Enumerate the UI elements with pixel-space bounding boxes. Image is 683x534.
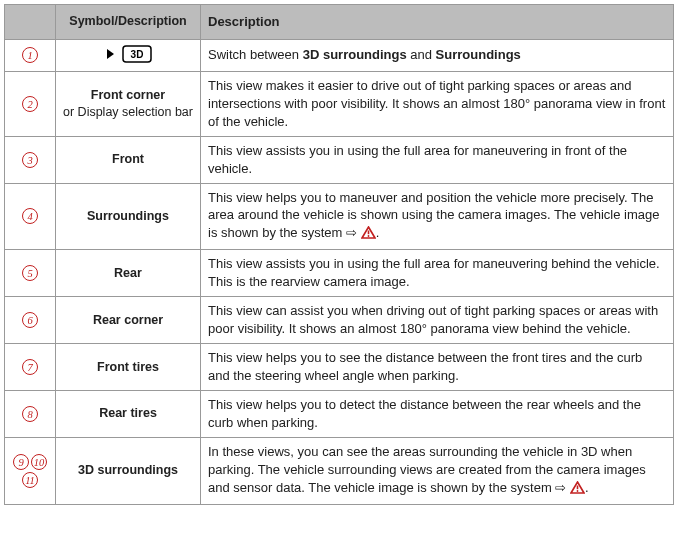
row-index: 6 xyxy=(5,297,56,344)
table-row: 2Front corneror Display selection barThi… xyxy=(5,71,674,136)
warning-triangle-icon xyxy=(361,226,376,244)
index-circle-icon: 8 xyxy=(22,406,38,422)
svg-point-8 xyxy=(577,490,579,492)
symbol-main-label: Front xyxy=(112,152,144,166)
row-description: This view makes it easier to drive out o… xyxy=(201,71,674,136)
svg-point-5 xyxy=(367,235,369,237)
symbol-main-label: 3D surroundings xyxy=(78,463,178,477)
row-symbol: Front xyxy=(56,136,201,183)
row-index: 8 xyxy=(5,390,56,437)
index-circle-icon: 9 xyxy=(13,454,29,470)
table-row: 8Rear tiresThis view helps you to detect… xyxy=(5,390,674,437)
row-description: In these views, you can see the areas su… xyxy=(201,437,674,504)
warning-triangle-icon xyxy=(570,481,585,499)
symbol-main-label: Front tires xyxy=(97,360,159,374)
table-row: 5RearThis view assists you in using the … xyxy=(5,250,674,297)
row-description: This view assists you in using the full … xyxy=(201,250,674,297)
row-symbol: Front tires xyxy=(56,344,201,391)
header-symbol: Symbol/Descrip­tion xyxy=(56,5,201,40)
row-description: This view helps you to maneuver and posi… xyxy=(201,183,674,250)
svg-text:3D: 3D xyxy=(130,49,143,60)
table-row: 6Rear cornerThis view can assist you whe… xyxy=(5,297,674,344)
index-circle-icon: 10 xyxy=(31,454,47,470)
index-circle-icon: 4 xyxy=(22,208,38,224)
table-row: 7Front tiresThis view helps you to see t… xyxy=(5,344,674,391)
row-index: 3 xyxy=(5,136,56,183)
row-description: This view helps you to see the distance … xyxy=(201,344,674,391)
row-index: 5 xyxy=(5,250,56,297)
symbol-main-label: Surroundings xyxy=(87,209,169,223)
header-num xyxy=(5,5,56,40)
row-symbol: Rear tires xyxy=(56,390,201,437)
row-symbol: Surroundings xyxy=(56,183,201,250)
row-description: This view helps you to detect the distan… xyxy=(201,390,674,437)
views-table: Symbol/Descrip­tion Description 13DSwitc… xyxy=(4,4,674,505)
row-symbol: Rear xyxy=(56,250,201,297)
symbol-main-label: Rear corner xyxy=(93,313,163,327)
desc-bold: 3D surroundings xyxy=(303,47,407,62)
index-circle-icon: 7 xyxy=(22,359,38,375)
table-row: 910113D surroundingsIn these views, you … xyxy=(5,437,674,504)
index-circle-icon: 2 xyxy=(22,96,38,112)
row-symbol: 3D xyxy=(56,39,201,71)
table-row: 3FrontThis view assists you in using the… xyxy=(5,136,674,183)
index-circle-icon: 1 xyxy=(22,47,38,63)
row-description: This view assists you in using the full … xyxy=(201,136,674,183)
index-circle-icon: 11 xyxy=(22,472,38,488)
index-circle-icon: 6 xyxy=(22,312,38,328)
symbol-sub-label: or Display selection bar xyxy=(63,104,193,121)
index-circle-icon: 3 xyxy=(22,152,38,168)
header-description: Description xyxy=(201,5,674,40)
index-circle-icon: 5 xyxy=(22,265,38,281)
row-index: 7 xyxy=(5,344,56,391)
table-row: 4SurroundingsThis view helps you to mane… xyxy=(5,183,674,250)
symbol-main-label: Front corner xyxy=(91,88,165,102)
three-d-toggle-icon: 3D xyxy=(105,45,152,63)
desc-bold: Surroundings xyxy=(436,47,521,62)
warning-link: ⇨ . xyxy=(555,480,588,495)
row-description: Switch between 3D surroundings and Surro… xyxy=(201,39,674,71)
row-index: 1 xyxy=(5,39,56,71)
row-index: 91011 xyxy=(5,437,56,504)
symbol-main-label: Rear tires xyxy=(99,406,157,420)
symbol-main-label: Rear xyxy=(114,266,142,280)
row-symbol: 3D surroundings xyxy=(56,437,201,504)
row-symbol: Rear corner xyxy=(56,297,201,344)
row-symbol: Front corneror Display selection bar xyxy=(56,71,201,136)
row-index: 2 xyxy=(5,71,56,136)
warning-link: ⇨ . xyxy=(346,225,379,240)
row-index: 4 xyxy=(5,183,56,250)
svg-marker-0 xyxy=(107,49,114,59)
row-description: This view can assist you when driving ou… xyxy=(201,297,674,344)
table-row: 13DSwitch between 3D surroundings and Su… xyxy=(5,39,674,71)
